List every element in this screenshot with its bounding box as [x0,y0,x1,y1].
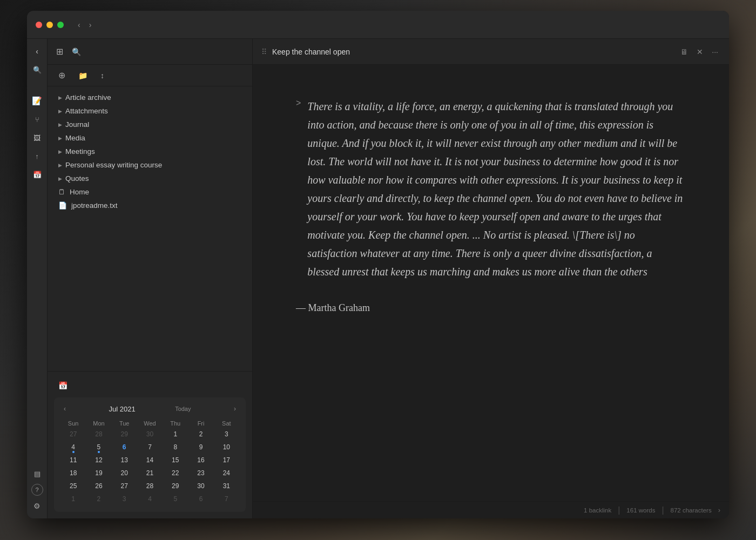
calendar-day[interactable]: 1 [60,492,86,505]
git-button[interactable]: ⑂ [29,111,45,127]
new-item-button[interactable]: ⊕ [56,68,68,83]
calendar-day[interactable]: 27 [112,480,137,492]
calendar-section: 📅 ‹ Jul 2021 Today › Sun Mon Tue [48,371,252,518]
sidebar-search-button[interactable]: 🔍 [70,45,83,58]
sidebar-item-journal[interactable]: ▶ Journal [50,118,250,131]
search-button[interactable]: 🔍 [29,62,45,78]
calendar-day[interactable]: 4 [60,441,86,454]
sidebar-item-label: jpotreadme.txt [71,201,118,210]
cal-header-wed: Wed [137,419,163,428]
more-options-button[interactable]: ··· [710,45,720,58]
maximize-button[interactable] [57,22,64,28]
calendar-day[interactable]: 13 [112,454,137,467]
calendar-day[interactable]: 3 [112,492,137,505]
calendar-day[interactable]: 18 [60,467,86,480]
calendar-day[interactable]: 15 [163,454,188,467]
calendar-next-button[interactable]: › [231,404,239,414]
new-note-button[interactable]: 📝 [29,93,45,109]
status-bar: 1 backlink | 161 words | 872 characters … [253,501,729,518]
calendar-day[interactable]: 28 [86,428,111,441]
collapse-sidebar-button[interactable]: › [718,506,720,514]
attribution-text: — Martha Graham [296,302,686,314]
calendar-day[interactable]: 6 [112,441,137,454]
sidebar: ⊞ 🔍 ⊕ 📁 ↕ ▶ Article archive ▶ Attatchmen… [48,39,253,518]
calendar-day[interactable]: 30 [137,428,163,441]
sidebar-collapse-button[interactable]: ‹ [29,43,45,59]
calendar-day[interactable]: 31 [214,480,239,492]
calendar-day[interactable]: 20 [112,467,137,480]
calendar-day[interactable]: 30 [188,480,213,492]
sidebar-item-article-archive[interactable]: ▶ Article archive [50,91,250,104]
quote-text: There is a vitality, a life force, an en… [307,97,686,281]
calendar-day[interactable]: 10 [214,441,239,454]
close-button[interactable] [36,22,42,28]
minimize-button[interactable] [46,22,53,28]
calendar-day[interactable]: 8 [163,441,188,454]
image-button[interactable]: 🖼 [29,130,45,146]
calendar-day[interactable]: 25 [60,480,86,492]
sidebar-item-meetings[interactable]: ▶ Meetings [50,145,250,158]
calendar-day[interactable]: 2 [86,492,111,505]
calendar-day[interactable]: 7 [137,441,163,454]
calendar-day[interactable]: 24 [214,467,239,480]
sidebar-item-home[interactable]: 🗒 Home [50,185,250,199]
sidebar-item-jpotreadme[interactable]: 📄 jpotreadme.txt [50,199,250,212]
calendar-day[interactable]: 3 [214,428,239,441]
calendar-day[interactable]: 5 [86,441,111,454]
new-folder-button[interactable]: 📁 [76,69,90,82]
sidebar-item-label: Home [70,188,89,196]
calendar-day[interactable]: 2 [188,428,213,441]
back-button[interactable]: ‹ [75,18,84,31]
sidebar-nav: ▶ Article archive ▶ Attatchments ▶ Journ… [48,86,252,371]
calendar-today-button[interactable]: Today [175,406,191,412]
editor-content[interactable]: > There is a vitality, a life force, an … [253,65,729,501]
sidebar-item-label: Media [65,134,85,142]
chevron-icon: ▶ [58,109,62,114]
sidebar-item-media[interactable]: ▶ Media [50,131,250,145]
calendar-prev-button[interactable]: ‹ [60,404,69,414]
calendar-day[interactable]: 14 [137,454,163,467]
calendar-day[interactable]: 5 [163,492,188,505]
calendar-day[interactable]: 12 [86,454,111,467]
sort-button[interactable]: ↕ [98,69,106,82]
calendar-day[interactable]: 17 [214,454,239,467]
backlinks-count[interactable]: 1 backlink [584,507,611,514]
sidebar-item-label: Quotes [65,174,89,183]
calendar-day[interactable]: 21 [137,467,163,480]
sidebar-item-quotes[interactable]: ▶ Quotes [50,172,250,185]
calendar-day[interactable]: 9 [188,441,213,454]
calendar-day[interactable]: 16 [188,454,213,467]
calendar-day[interactable]: 1 [163,428,188,441]
sidebar-icon-panel[interactable]: ⊞ [54,44,65,59]
sidebar-item-personal-essay[interactable]: ▶ Personal essay writing course [50,158,250,172]
calendar-day[interactable]: 29 [163,480,188,492]
help-button[interactable]: ? [31,484,43,496]
chevron-icon: ▶ [58,176,62,181]
calendar-day[interactable]: 7 [214,492,239,505]
pane-button[interactable]: ▤ [29,465,45,482]
character-count: 872 characters [671,507,712,514]
calendar-day[interactable]: 23 [188,467,213,480]
calendar-day[interactable]: 4 [137,492,163,505]
export-button[interactable]: ↑ [29,148,45,164]
calendar-day[interactable]: 26 [86,480,111,492]
sidebar-item-label: Article archive [65,93,111,102]
settings-button[interactable]: ⚙ [29,498,45,514]
calendar-day[interactable]: 19 [86,467,111,480]
calendar-day[interactable]: 27 [60,428,86,441]
calendar-day[interactable]: 29 [112,428,137,441]
calendar-day[interactable]: 28 [137,480,163,492]
close-editor-button[interactable]: ✕ [694,45,705,58]
monitor-view-button[interactable]: 🖥 [678,45,690,58]
cal-header-sun: Sun [60,419,86,428]
calendar-toggle-button[interactable]: 📅 [54,378,72,393]
calendar-button[interactable]: 📅 [29,166,45,183]
calendar-day[interactable]: 6 [188,492,213,505]
calendar-day[interactable]: 22 [163,467,188,480]
sidebar-item-attachments[interactable]: ▶ Attatchments [50,104,250,118]
drag-handle-icon: ⠿ [261,48,267,56]
chevron-icon: ▶ [58,149,62,154]
forward-button[interactable]: › [86,18,95,31]
calendar-day[interactable]: 11 [60,454,86,467]
header-actions: 🖥 ✕ ··· [678,45,720,58]
